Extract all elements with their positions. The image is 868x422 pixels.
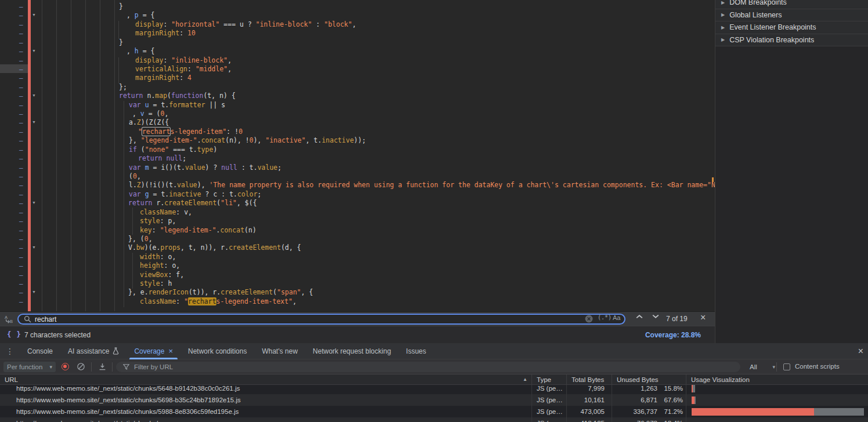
code-token: ;: [182, 154, 186, 162]
column-header-type[interactable]: Type: [532, 374, 567, 384]
tab-issues[interactable]: Issues: [399, 343, 434, 359]
code-token: (: [129, 172, 133, 180]
tab-network-conditions[interactable]: Network conditions: [180, 343, 254, 359]
code-token: = t.: [149, 101, 169, 109]
code-line: return null;: [0, 154, 186, 163]
code-token: bw: [136, 243, 144, 252]
regex-toggle[interactable]: (.*): [598, 314, 612, 321]
code-token: function: [171, 92, 203, 100]
code-token: "li": [220, 199, 237, 207]
code-token: ,: [126, 47, 135, 55]
coverage-percent-link[interactable]: Coverage: 28.8%: [645, 331, 701, 339]
search-input[interactable]: rechart: [17, 314, 625, 325]
column-label: URL: [5, 376, 18, 383]
chevron-right-icon: ▶: [721, 12, 725, 17]
column-header-unused-bytes[interactable]: Unused Bytes: [612, 374, 686, 384]
tab-console[interactable]: Console: [20, 343, 60, 359]
code-line: , p = {: [0, 11, 155, 20]
code-token: "horizontal": [171, 20, 219, 28]
tab-coverage[interactable]: Coverage ×: [126, 343, 180, 359]
previous-match-button[interactable]: [636, 314, 643, 319]
code-token: "inactive": [265, 136, 305, 144]
section-label: Event Listener Breakpoints: [729, 23, 816, 31]
content-scripts-checkbox[interactable]: [783, 363, 790, 370]
find-bar: A B rechart (.*) Aa 7 of 19 ×: [0, 311, 715, 326]
code-token: 0: [133, 172, 137, 180]
unused-bytes-cell: 336,73771.2%: [612, 406, 686, 417]
coverage-table-header: URL ▲ Type Total Bytes Unused Bytes Usag…: [0, 374, 868, 385]
code-token: ? c : t.: [201, 190, 237, 198]
code-line: "recharts-legend-item": !0: [0, 128, 243, 136]
section-dom-breakpoints[interactable]: ▶ DOM Breakpoints: [715, 0, 868, 9]
code-line: return r.createElement("li", $({: [0, 199, 257, 208]
section-event-listener-breakpoints[interactable]: ▶ Event Listener Breakpoints: [715, 21, 868, 34]
tab-network-request-blocking[interactable]: Network request blocking: [305, 343, 399, 359]
table-row[interactable]: https://www.web-memo.site/_next/static/c…: [0, 406, 868, 417]
code-token: : v,: [176, 208, 192, 216]
export-download-icon[interactable]: [99, 363, 106, 370]
table-row[interactable]: https://www.web-memo.site/_next/static/c…: [0, 385, 868, 394]
code-token: :: [312, 20, 324, 28]
code-token: :: [152, 226, 160, 234]
code-token: renderIcon: [149, 288, 189, 296]
clear-coverage-icon[interactable]: [77, 363, 85, 370]
tab-whats-new[interactable]: What's new: [254, 343, 305, 359]
section-global-listeners[interactable]: ▶ Global Listeners: [715, 9, 868, 22]
code-line: height: o,: [0, 261, 180, 270]
tab-ai-assistance[interactable]: AI assistance: [60, 343, 126, 359]
replace-toggle-icon[interactable]: A B: [3, 314, 14, 324]
tab-label: Issues: [406, 347, 426, 355]
close-search-icon[interactable]: ×: [700, 312, 706, 323]
used-bar-segment: [814, 408, 864, 416]
match-case-toggle[interactable]: Aa: [613, 314, 620, 321]
code-token: return: [128, 199, 153, 207]
code-token: ": [138, 128, 142, 136]
code-token: ),: [254, 136, 266, 144]
code-token: display: [135, 56, 163, 64]
code-token: "legend-item-": [160, 226, 216, 234]
code-token: n.: [143, 92, 155, 100]
column-header-total-bytes[interactable]: Total Bytes: [567, 374, 612, 384]
more-tools-kebab-icon[interactable]: ⋮: [6, 347, 14, 356]
table-row[interactable]: https://www.web-memo.site/_next/static/c…: [0, 394, 868, 406]
code-token: , t, n)), r.: [180, 243, 229, 252]
close-drawer-icon[interactable]: ×: [858, 346, 863, 356]
code-token: ,: [227, 65, 232, 73]
unused-percent-value: 71.2%: [657, 408, 683, 415]
code-token: }, e.: [128, 288, 149, 296]
code-token: ,: [132, 110, 140, 118]
code-line: marginRight: 4: [0, 74, 191, 82]
column-header-usage-visualization[interactable]: Usage Visualization: [686, 374, 868, 384]
next-match-button[interactable]: [652, 314, 659, 319]
code-token: : t.: [237, 163, 258, 172]
section-csp-violation-breakpoints[interactable]: ▶ CSP Violation Breakpoints: [715, 34, 868, 47]
search-query-text[interactable]: rechart: [35, 315, 56, 323]
clear-search-icon[interactable]: [585, 315, 593, 323]
used-bar-segment: [693, 385, 695, 392]
close-tab-icon[interactable]: ×: [168, 347, 173, 355]
column-header-url[interactable]: URL ▲: [0, 374, 532, 384]
unused-bytes-value: 336,737: [612, 408, 657, 415]
code-token: )(e.: [144, 243, 161, 252]
pretty-print-icon[interactable]: { }: [7, 330, 21, 339]
code-line: className: v,: [0, 208, 192, 217]
code-line: display: "inline-block",: [0, 56, 232, 65]
code-token: === u ?: [219, 20, 255, 28]
code-token: (d, {: [281, 243, 301, 252]
url-filter-input[interactable]: Filter by URL: [116, 362, 740, 372]
code-token: p: [135, 11, 139, 19]
table-row[interactable]: https://www.web-memo.site/_next/static/c…: [0, 417, 868, 422]
coverage-type-filter-select[interactable]: All ▾: [750, 362, 775, 372]
usage-visualization-cell: [686, 417, 868, 422]
code-line: }, e.renderIcon(t)), r.createElement("sp…: [0, 288, 313, 297]
code-token: ),: [197, 181, 209, 189]
stop-recording-button[interactable]: [62, 363, 69, 370]
code-token: : p,: [160, 217, 176, 225]
coverage-scope-select[interactable]: Per function ▾: [3, 362, 56, 372]
code-token: a.: [129, 118, 137, 126]
source-editor[interactable]: ––▼––––▼–––––▼–––▼–––––––––▼–––––▼–––––▼…: [0, 0, 715, 311]
unused-bytes-cell: 6,87167.6%: [612, 394, 686, 406]
code-token: map: [155, 92, 167, 100]
code-token: (: [167, 92, 171, 100]
code-token: s-legend-item": [170, 128, 226, 136]
